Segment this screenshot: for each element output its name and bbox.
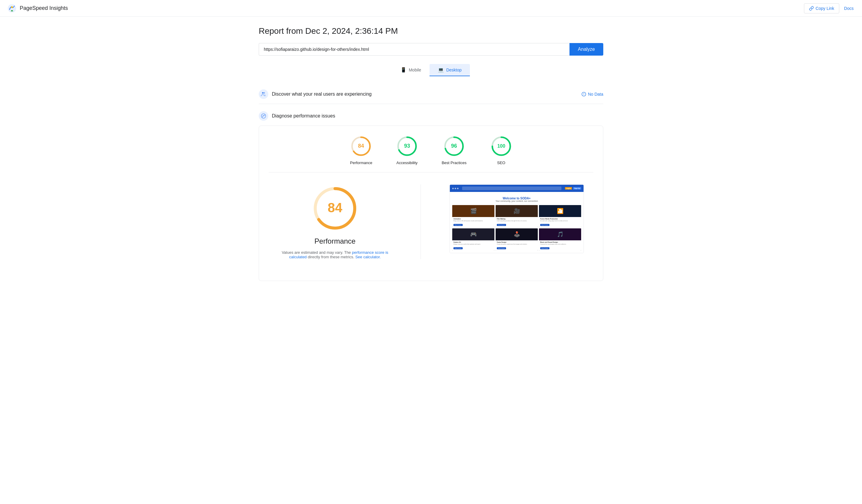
scores-row: 84 Performance 93 Accessibility	[269, 135, 593, 172]
score-item-best-practices[interactable]: 96 Best Practices	[442, 135, 467, 165]
main-content: Report from Dec 2, 2024, 2:36:14 PM Anal…	[251, 17, 611, 291]
screenshot-card-3: 🎦 Future Media Production Innovate with …	[539, 205, 581, 227]
svg-point-8	[263, 115, 264, 116]
info-icon	[582, 92, 586, 96]
card-desc-4: Design immersive worlds that captivate a…	[454, 243, 493, 245]
header-right: Copy Link Docs	[804, 3, 855, 13]
score-label-seo: SEO	[497, 160, 505, 165]
diagnose-header: Diagnose performance issues	[259, 111, 603, 121]
score-circle-accessibility: 93	[396, 135, 418, 157]
real-users-title: Discover what your real users are experi…	[272, 92, 371, 97]
sign-up-btn: Sign Up	[573, 187, 581, 189]
gauge-icon	[261, 113, 266, 119]
svg-text:96: 96	[451, 143, 457, 149]
scores-card: 84 Performance 93 Accessibility	[259, 125, 603, 281]
url-bar: Analyze	[259, 43, 603, 56]
screenshot-grid: 🎬 Animation Bring stories to life with d…	[452, 205, 581, 251]
no-data-link[interactable]: No Data	[582, 92, 603, 96]
screenshot-card-5: 🕹️ Game Design Create interactive experi…	[496, 228, 538, 251]
score-item-accessibility[interactable]: 93 Accessibility	[396, 135, 418, 165]
mobile-icon: 📱	[401, 67, 406, 72]
real-users-icon	[259, 89, 268, 99]
screenshot-card-2: 🎥 Film Making Craft compelling narrative…	[496, 205, 538, 227]
card-desc-6: Compose the soundscapes that move audien…	[540, 243, 580, 245]
large-score-section: 84 Performance Values are estimated and …	[269, 172, 593, 271]
calculator-link[interactable]: See calculator.	[355, 255, 381, 259]
tab-mobile-label: Mobile	[409, 68, 421, 72]
docs-button[interactable]: Docs	[843, 3, 855, 13]
svg-text:100: 100	[497, 144, 505, 149]
card-info-3: Future Media Production Innovate with cu…	[539, 217, 581, 227]
divider	[420, 184, 421, 259]
no-data-label: No Data	[588, 92, 603, 96]
svg-text:84: 84	[328, 200, 342, 215]
desc-middle: directly from these metrics.	[306, 255, 355, 259]
large-score-circle-performance: 84	[311, 184, 359, 232]
desc-prefix: Values are estimated and may vary. The	[282, 250, 352, 255]
url-input[interactable]	[259, 43, 570, 56]
tab-desktop-label: Desktop	[446, 68, 461, 72]
card-img-3: 🎦	[539, 205, 581, 217]
svg-point-6	[584, 95, 584, 95]
card-info-6: Music and Sound Design Compose the sound…	[539, 240, 581, 251]
card-btn-2: View Course	[497, 224, 506, 226]
card-title-5: Game Design	[497, 241, 537, 243]
app-title: PageSpeed Insights	[20, 5, 68, 11]
diagnose-title: Diagnose performance issues	[272, 113, 335, 119]
card-info-5: Game Design Create interactive experienc…	[496, 240, 538, 251]
card-title-3: Future Media Production	[540, 218, 580, 220]
card-btn-3: View Course	[540, 224, 549, 226]
desktop-icon: 💻	[438, 67, 444, 72]
diagnose-section: Diagnose performance issues 84 Performan…	[259, 111, 603, 281]
tab-desktop[interactable]: 💻 Desktop	[430, 64, 470, 76]
large-score-title: Performance	[314, 237, 355, 246]
card-info-4: Games Art Design immersive worlds that c…	[452, 240, 494, 251]
card-btn-5: View Course	[497, 247, 506, 249]
card-btn-4: View Course	[454, 247, 463, 249]
pagespeed-logo	[7, 3, 17, 13]
header: PageSpeed Insights Copy Link Docs	[0, 0, 862, 17]
card-img-2: 🎥	[496, 205, 538, 217]
analyze-button[interactable]: Analyze	[570, 43, 603, 56]
screenshot-content: Welcome to SODA+ Your community, your co…	[450, 192, 584, 253]
score-circle-seo: 100	[491, 135, 512, 157]
svg-point-1	[11, 6, 13, 8]
score-circle-best-practices: 96	[443, 135, 465, 157]
card-img-4: 🎮	[452, 228, 494, 240]
score-circle-performance: 84	[350, 135, 372, 157]
card-desc-5: Create interactive experiences that enga…	[497, 243, 537, 245]
browser-dot-1	[452, 188, 454, 189]
svg-point-3	[263, 92, 265, 94]
card-btn-6: View Course	[540, 247, 549, 249]
copy-link-label: Copy Link	[815, 6, 834, 11]
score-label-performance: Performance	[350, 160, 372, 165]
card-desc-2: Craft compelling narratives through the …	[497, 220, 537, 222]
card-info-2: Film Making Craft compelling narratives …	[496, 217, 538, 227]
score-item-performance[interactable]: 84 Performance	[350, 135, 372, 165]
browser-dot-3	[457, 188, 458, 189]
copy-link-button[interactable]: Copy Link	[804, 3, 839, 13]
screenshot-card-4: 🎮 Games Art Design immersive worlds that…	[452, 228, 494, 251]
real-users-left: Discover what your real users are experi…	[259, 89, 371, 99]
screenshot-hero: Welcome to SODA+ Your community, your co…	[452, 194, 581, 203]
card-img-1: 🎬	[452, 205, 494, 217]
score-label-accessibility: Accessibility	[396, 160, 418, 165]
screenshot-browser-bar: Log In Sign Up	[450, 185, 584, 192]
link-icon	[809, 6, 814, 11]
card-desc-3: Innovate with cutting-edge tools for med…	[540, 220, 580, 222]
screenshot-card-6: 🎵 Music and Sound Design Compose the sou…	[539, 228, 581, 251]
svg-point-2	[262, 92, 263, 94]
screenshot-preview: Log In Sign Up Welcome to SODA+ Your com…	[449, 184, 584, 253]
screenshot-hero-title: Welcome to SODA+	[452, 197, 581, 200]
score-item-seo[interactable]: 100 SEO	[491, 135, 512, 165]
card-img-6: 🎵	[539, 228, 581, 240]
card-title-4: Games Art	[454, 241, 493, 243]
score-label-best-practices: Best Practices	[442, 160, 467, 165]
log-in-btn: Log In	[565, 187, 572, 189]
tab-mobile[interactable]: 📱 Mobile	[392, 64, 430, 76]
card-btn-1: View Course	[454, 224, 463, 226]
card-title-6: Music and Sound Design	[540, 241, 580, 243]
large-score-left: 84 Performance Values are estimated and …	[278, 184, 392, 259]
card-title-1: Animation	[454, 218, 493, 220]
card-info-1: Animation Bring stories to life with dyn…	[452, 217, 494, 227]
